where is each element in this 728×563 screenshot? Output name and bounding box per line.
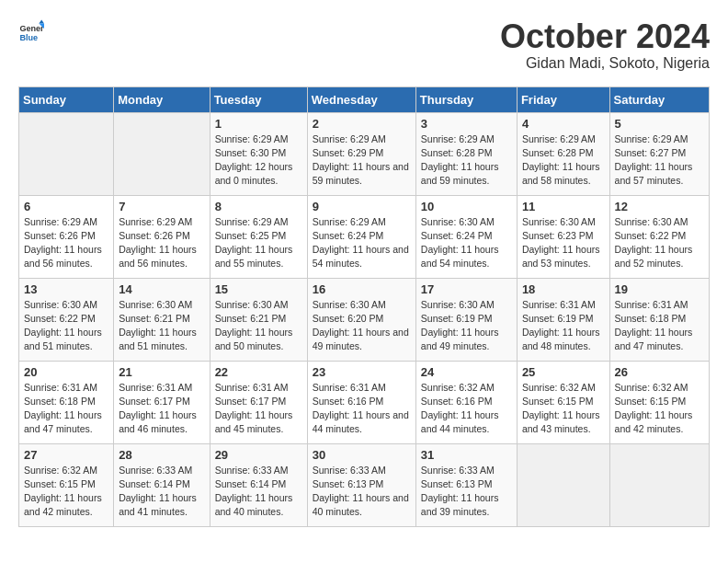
day-info: Sunrise: 6:29 AMSunset: 6:24 PMDaylight:…: [313, 215, 411, 271]
day-info: Sunrise: 6:33 AMSunset: 6:14 PMDaylight:…: [215, 464, 302, 520]
calendar-week-row: 13 Sunrise: 6:30 AMSunset: 6:22 PMDaylig…: [19, 278, 710, 361]
day-number: 23: [313, 365, 411, 379]
day-info: Sunrise: 6:29 AMSunset: 6:29 PMDaylight:…: [313, 132, 411, 189]
day-info: Sunrise: 6:31 AMSunset: 6:17 PMDaylight:…: [215, 381, 302, 437]
day-number: 10: [421, 200, 512, 213]
month-title: October 2024: [500, 18, 710, 55]
day-info: Sunrise: 6:31 AMSunset: 6:18 PMDaylight:…: [24, 381, 108, 437]
day-number: 17: [421, 282, 512, 296]
calendar-week-row: 27 Sunrise: 6:32 AMSunset: 6:15 PMDaylig…: [19, 443, 710, 526]
day-number: 6: [24, 200, 108, 213]
calendar-cell: 6 Sunrise: 6:29 AMSunset: 6:26 PMDayligh…: [19, 195, 114, 278]
page-header: General Blue October 2024 Gidan Madi, So…: [18, 18, 710, 72]
svg-marker-2: [39, 19, 44, 23]
calendar-cell: 16 Sunrise: 6:30 AMSunset: 6:20 PMDaylig…: [307, 278, 415, 361]
day-number: 5: [615, 117, 704, 131]
calendar-week-row: 6 Sunrise: 6:29 AMSunset: 6:26 PMDayligh…: [19, 195, 710, 278]
day-info: Sunrise: 6:30 AMSunset: 6:21 PMDaylight:…: [215, 298, 302, 354]
day-info: Sunrise: 6:32 AMSunset: 6:15 PMDaylight:…: [615, 381, 704, 437]
day-info: Sunrise: 6:29 AMSunset: 6:27 PMDaylight:…: [615, 132, 704, 189]
calendar-cell: 19 Sunrise: 6:31 AMSunset: 6:18 PMDaylig…: [609, 278, 709, 361]
calendar-cell: 14 Sunrise: 6:30 AMSunset: 6:21 PMDaylig…: [114, 278, 210, 361]
calendar-cell: 9 Sunrise: 6:29 AMSunset: 6:24 PMDayligh…: [307, 195, 415, 278]
calendar-cell: 31 Sunrise: 6:33 AMSunset: 6:13 PMDaylig…: [415, 443, 517, 526]
day-number: 4: [522, 117, 605, 131]
title-block: October 2024 Gidan Madi, Sokoto, Nigeria: [500, 18, 710, 72]
calendar-cell: 4 Sunrise: 6:29 AMSunset: 6:28 PMDayligh…: [517, 112, 609, 195]
day-info: Sunrise: 6:29 AMSunset: 6:30 PMDaylight:…: [215, 132, 302, 189]
calendar-cell: [114, 112, 210, 195]
calendar-cell: [609, 443, 709, 526]
day-info: Sunrise: 6:31 AMSunset: 6:17 PMDaylight:…: [119, 381, 204, 437]
day-info: Sunrise: 6:31 AMSunset: 6:18 PMDaylight:…: [615, 298, 704, 354]
calendar-cell: [517, 443, 609, 526]
calendar-cell: 7 Sunrise: 6:29 AMSunset: 6:26 PMDayligh…: [114, 195, 210, 278]
day-number: 30: [313, 448, 411, 462]
calendar-cell: 29 Sunrise: 6:33 AMSunset: 6:14 PMDaylig…: [210, 443, 307, 526]
day-number: 25: [522, 365, 605, 379]
day-info: Sunrise: 6:33 AMSunset: 6:13 PMDaylight:…: [421, 464, 512, 520]
calendar-cell: 2 Sunrise: 6:29 AMSunset: 6:29 PMDayligh…: [307, 112, 415, 195]
weekday-header-saturday: Saturday: [609, 86, 709, 112]
calendar-cell: 28 Sunrise: 6:33 AMSunset: 6:14 PMDaylig…: [114, 443, 210, 526]
svg-text:General: General: [19, 24, 44, 33]
day-number: 7: [119, 200, 204, 213]
calendar-table: SundayMondayTuesdayWednesdayThursdayFrid…: [18, 86, 710, 527]
location-subtitle: Gidan Madi, Sokoto, Nigeria: [500, 55, 710, 72]
day-number: 15: [215, 282, 302, 296]
weekday-header-sunday: Sunday: [19, 86, 114, 112]
calendar-cell: 24 Sunrise: 6:32 AMSunset: 6:16 PMDaylig…: [415, 361, 517, 443]
svg-text:Blue: Blue: [19, 33, 38, 42]
day-info: Sunrise: 6:29 AMSunset: 6:26 PMDaylight:…: [119, 215, 204, 271]
day-number: 24: [421, 365, 512, 379]
calendar-cell: 13 Sunrise: 6:30 AMSunset: 6:22 PMDaylig…: [19, 278, 114, 361]
calendar-cell: 15 Sunrise: 6:30 AMSunset: 6:21 PMDaylig…: [210, 278, 307, 361]
day-number: 18: [522, 282, 605, 296]
calendar-week-row: 1 Sunrise: 6:29 AMSunset: 6:30 PMDayligh…: [19, 112, 710, 195]
day-number: 14: [119, 282, 204, 296]
day-number: 29: [215, 448, 302, 462]
calendar-cell: 8 Sunrise: 6:29 AMSunset: 6:25 PMDayligh…: [210, 195, 307, 278]
day-number: 8: [215, 200, 302, 213]
day-info: Sunrise: 6:29 AMSunset: 6:28 PMDaylight:…: [522, 132, 605, 189]
day-info: Sunrise: 6:30 AMSunset: 6:23 PMDaylight:…: [522, 215, 605, 271]
day-info: Sunrise: 6:30 AMSunset: 6:20 PMDaylight:…: [313, 298, 411, 354]
calendar-cell: 5 Sunrise: 6:29 AMSunset: 6:27 PMDayligh…: [609, 112, 709, 195]
day-info: Sunrise: 6:29 AMSunset: 6:26 PMDaylight:…: [24, 215, 108, 271]
calendar-cell: 30 Sunrise: 6:33 AMSunset: 6:13 PMDaylig…: [307, 443, 415, 526]
weekday-header-wednesday: Wednesday: [307, 86, 415, 112]
day-number: 16: [313, 282, 411, 296]
day-info: Sunrise: 6:30 AMSunset: 6:24 PMDaylight:…: [421, 215, 512, 271]
day-number: 11: [522, 200, 605, 213]
calendar-week-row: 20 Sunrise: 6:31 AMSunset: 6:18 PMDaylig…: [19, 361, 710, 443]
day-info: Sunrise: 6:30 AMSunset: 6:22 PMDaylight:…: [24, 298, 108, 354]
day-info: Sunrise: 6:29 AMSunset: 6:25 PMDaylight:…: [215, 215, 302, 271]
day-info: Sunrise: 6:33 AMSunset: 6:13 PMDaylight:…: [313, 464, 411, 520]
day-info: Sunrise: 6:33 AMSunset: 6:14 PMDaylight:…: [119, 464, 204, 520]
day-number: 27: [24, 448, 108, 462]
day-number: 22: [215, 365, 302, 379]
day-info: Sunrise: 6:29 AMSunset: 6:28 PMDaylight:…: [421, 132, 512, 189]
weekday-header-friday: Friday: [517, 86, 609, 112]
weekday-header-thursday: Thursday: [415, 86, 517, 112]
calendar-cell: 26 Sunrise: 6:32 AMSunset: 6:15 PMDaylig…: [609, 361, 709, 443]
calendar-cell: 1 Sunrise: 6:29 AMSunset: 6:30 PMDayligh…: [210, 112, 307, 195]
day-info: Sunrise: 6:32 AMSunset: 6:15 PMDaylight:…: [24, 464, 108, 520]
day-number: 2: [313, 117, 411, 131]
day-number: 12: [615, 200, 704, 213]
day-info: Sunrise: 6:30 AMSunset: 6:21 PMDaylight:…: [119, 298, 204, 354]
weekday-header-tuesday: Tuesday: [210, 86, 307, 112]
day-number: 28: [119, 448, 204, 462]
weekday-header-row: SundayMondayTuesdayWednesdayThursdayFrid…: [19, 86, 710, 112]
day-info: Sunrise: 6:32 AMSunset: 6:15 PMDaylight:…: [522, 381, 605, 437]
calendar-cell: 27 Sunrise: 6:32 AMSunset: 6:15 PMDaylig…: [19, 443, 114, 526]
day-info: Sunrise: 6:32 AMSunset: 6:16 PMDaylight:…: [421, 381, 512, 437]
day-info: Sunrise: 6:30 AMSunset: 6:22 PMDaylight:…: [615, 215, 704, 271]
day-number: 26: [615, 365, 704, 379]
day-number: 21: [119, 365, 204, 379]
day-number: 13: [24, 282, 108, 296]
calendar-cell: 21 Sunrise: 6:31 AMSunset: 6:17 PMDaylig…: [114, 361, 210, 443]
day-info: Sunrise: 6:31 AMSunset: 6:19 PMDaylight:…: [522, 298, 605, 354]
logo: General Blue: [18, 18, 44, 44]
calendar-cell: 11 Sunrise: 6:30 AMSunset: 6:23 PMDaylig…: [517, 195, 609, 278]
